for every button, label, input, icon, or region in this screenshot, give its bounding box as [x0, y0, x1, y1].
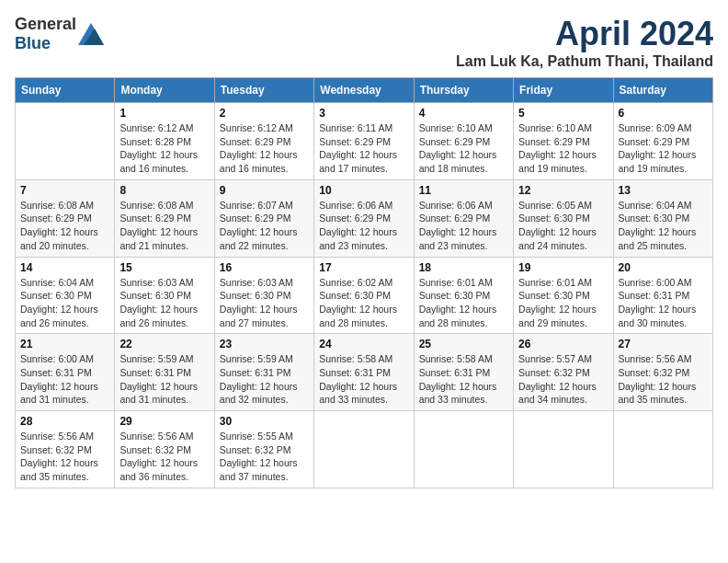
day-info: Sunrise: 6:07 AM Sunset: 6:29 PM Dayligh…	[220, 199, 309, 253]
day-info: Sunrise: 6:12 AM Sunset: 6:29 PM Dayligh…	[220, 121, 309, 176]
day-info: Sunrise: 6:11 AM Sunset: 6:29 PM Dayligh…	[319, 121, 408, 176]
weekday-header-saturday: Saturday	[613, 78, 712, 103]
day-number: 2	[220, 107, 309, 120]
calendar-cell: 7Sunrise: 6:08 AM Sunset: 6:29 PM Daylig…	[16, 179, 115, 257]
day-info: Sunrise: 5:56 AM Sunset: 6:32 PM Dayligh…	[119, 430, 209, 484]
day-number: 1	[119, 107, 209, 120]
day-number: 19	[518, 261, 608, 274]
week-row-5: 28Sunrise: 5:56 AM Sunset: 6:32 PM Dayli…	[16, 411, 713, 488]
calendar-cell: 24Sunrise: 5:58 AM Sunset: 6:31 PM Dayli…	[314, 334, 414, 411]
day-number: 26	[518, 338, 608, 350]
calendar-cell	[613, 411, 712, 488]
day-number: 6	[619, 107, 708, 120]
week-row-3: 14Sunrise: 6:04 AM Sunset: 6:30 PM Dayli…	[16, 257, 713, 334]
day-number: 3	[319, 107, 408, 120]
weekday-header-sunday: Sunday	[16, 78, 115, 103]
day-info: Sunrise: 6:06 AM Sunset: 6:29 PM Dayligh…	[319, 199, 408, 253]
calendar-cell: 10Sunrise: 6:06 AM Sunset: 6:29 PM Dayli…	[314, 179, 414, 257]
day-number: 22	[119, 338, 209, 350]
calendar-cell: 1Sunrise: 6:12 AM Sunset: 6:28 PM Daylig…	[115, 103, 214, 180]
day-info: Sunrise: 6:00 AM Sunset: 6:31 PM Dayligh…	[20, 352, 109, 407]
day-number: 16	[220, 261, 309, 274]
day-number: 14	[20, 261, 109, 274]
day-info: Sunrise: 6:08 AM Sunset: 6:29 PM Dayligh…	[20, 199, 109, 253]
day-info: Sunrise: 5:57 AM Sunset: 6:32 PM Dayligh…	[518, 352, 608, 407]
day-number: 7	[20, 184, 109, 197]
day-number: 21	[20, 338, 109, 350]
day-info: Sunrise: 6:09 AM Sunset: 6:29 PM Dayligh…	[619, 121, 708, 176]
calendar-table: SundayMondayTuesdayWednesdayThursdayFrid…	[15, 77, 713, 488]
day-info: Sunrise: 6:00 AM Sunset: 6:31 PM Dayligh…	[619, 276, 708, 330]
weekday-header-thursday: Thursday	[414, 78, 513, 103]
day-number: 20	[619, 261, 708, 274]
week-row-2: 7Sunrise: 6:08 AM Sunset: 6:29 PM Daylig…	[16, 179, 713, 257]
day-info: Sunrise: 5:59 AM Sunset: 6:31 PM Dayligh…	[220, 352, 309, 407]
calendar-cell: 20Sunrise: 6:00 AM Sunset: 6:31 PM Dayli…	[613, 257, 712, 334]
calendar-cell: 27Sunrise: 5:56 AM Sunset: 6:32 PM Dayli…	[613, 334, 712, 411]
day-info: Sunrise: 6:05 AM Sunset: 6:30 PM Dayligh…	[518, 199, 608, 253]
day-number: 24	[319, 338, 408, 350]
day-number: 12	[518, 184, 608, 197]
day-number: 5	[518, 107, 608, 120]
week-row-1: 1Sunrise: 6:12 AM Sunset: 6:28 PM Daylig…	[16, 103, 713, 180]
weekday-header-wednesday: Wednesday	[314, 78, 414, 103]
calendar-cell: 13Sunrise: 6:04 AM Sunset: 6:30 PM Dayli…	[613, 179, 712, 257]
day-number: 13	[619, 184, 708, 197]
calendar-cell	[16, 103, 115, 180]
day-info: Sunrise: 6:12 AM Sunset: 6:28 PM Dayligh…	[119, 121, 209, 176]
day-info: Sunrise: 6:03 AM Sunset: 6:30 PM Dayligh…	[220, 276, 309, 330]
day-number: 8	[119, 184, 209, 197]
calendar-cell	[314, 411, 414, 488]
day-number: 29	[119, 415, 209, 428]
calendar-cell: 23Sunrise: 5:59 AM Sunset: 6:31 PM Dayli…	[214, 334, 313, 411]
calendar-cell: 4Sunrise: 6:10 AM Sunset: 6:29 PM Daylig…	[414, 103, 513, 180]
day-info: Sunrise: 5:59 AM Sunset: 6:31 PM Dayligh…	[119, 352, 209, 407]
day-number: 28	[20, 415, 109, 428]
calendar-cell: 17Sunrise: 6:02 AM Sunset: 6:30 PM Dayli…	[314, 257, 414, 334]
header: General Blue April 2024 Lam Luk Ka, Path…	[15, 15, 713, 70]
calendar-cell: 30Sunrise: 5:55 AM Sunset: 6:32 PM Dayli…	[214, 411, 313, 488]
title-area: April 2024 Lam Luk Ka, Pathum Thani, Tha…	[456, 15, 713, 70]
day-info: Sunrise: 6:01 AM Sunset: 6:30 PM Dayligh…	[419, 276, 508, 330]
day-info: Sunrise: 6:03 AM Sunset: 6:30 PM Dayligh…	[119, 276, 209, 330]
day-info: Sunrise: 5:58 AM Sunset: 6:31 PM Dayligh…	[319, 352, 408, 407]
calendar-cell: 29Sunrise: 5:56 AM Sunset: 6:32 PM Dayli…	[115, 411, 214, 488]
day-number: 4	[419, 107, 508, 120]
calendar-cell: 22Sunrise: 5:59 AM Sunset: 6:31 PM Dayli…	[115, 334, 214, 411]
calendar-cell: 12Sunrise: 6:05 AM Sunset: 6:30 PM Dayli…	[514, 179, 613, 257]
day-number: 23	[220, 338, 309, 350]
main-title: April 2024	[456, 15, 713, 53]
calendar-cell: 5Sunrise: 6:10 AM Sunset: 6:29 PM Daylig…	[514, 103, 613, 180]
day-number: 25	[419, 338, 508, 350]
calendar-cell: 8Sunrise: 6:08 AM Sunset: 6:29 PM Daylig…	[115, 179, 214, 257]
logo: General Blue	[15, 15, 104, 53]
day-number: 9	[220, 184, 309, 197]
day-number: 15	[119, 261, 209, 274]
weekday-header-friday: Friday	[514, 78, 613, 103]
day-number: 10	[319, 184, 408, 197]
day-info: Sunrise: 6:10 AM Sunset: 6:29 PM Dayligh…	[419, 121, 508, 176]
calendar-cell: 6Sunrise: 6:09 AM Sunset: 6:29 PM Daylig…	[613, 103, 712, 180]
subtitle: Lam Luk Ka, Pathum Thani, Thailand	[456, 53, 713, 70]
calendar-cell: 18Sunrise: 6:01 AM Sunset: 6:30 PM Dayli…	[414, 257, 513, 334]
calendar-cell: 28Sunrise: 5:56 AM Sunset: 6:32 PM Dayli…	[16, 411, 115, 488]
calendar-cell: 16Sunrise: 6:03 AM Sunset: 6:30 PM Dayli…	[214, 257, 313, 334]
day-number: 11	[419, 184, 508, 197]
calendar-cell: 15Sunrise: 6:03 AM Sunset: 6:30 PM Dayli…	[115, 257, 214, 334]
calendar-cell: 26Sunrise: 5:57 AM Sunset: 6:32 PM Dayli…	[514, 334, 613, 411]
calendar-cell: 11Sunrise: 6:06 AM Sunset: 6:29 PM Dayli…	[414, 179, 513, 257]
day-info: Sunrise: 6:10 AM Sunset: 6:29 PM Dayligh…	[518, 121, 608, 176]
calendar-cell	[414, 411, 513, 488]
logo-icon	[78, 23, 104, 45]
day-info: Sunrise: 6:04 AM Sunset: 6:30 PM Dayligh…	[20, 276, 109, 330]
weekday-header-monday: Monday	[115, 78, 214, 103]
calendar-cell: 3Sunrise: 6:11 AM Sunset: 6:29 PM Daylig…	[314, 103, 414, 180]
day-info: Sunrise: 6:08 AM Sunset: 6:29 PM Dayligh…	[119, 199, 209, 253]
day-info: Sunrise: 6:04 AM Sunset: 6:30 PM Dayligh…	[619, 199, 708, 253]
day-info: Sunrise: 5:58 AM Sunset: 6:31 PM Dayligh…	[419, 352, 508, 407]
day-number: 27	[619, 338, 708, 350]
day-info: Sunrise: 5:55 AM Sunset: 6:32 PM Dayligh…	[220, 430, 309, 484]
day-number: 17	[319, 261, 408, 274]
day-number: 18	[419, 261, 508, 274]
weekday-header-row: SundayMondayTuesdayWednesdayThursdayFrid…	[16, 78, 713, 103]
